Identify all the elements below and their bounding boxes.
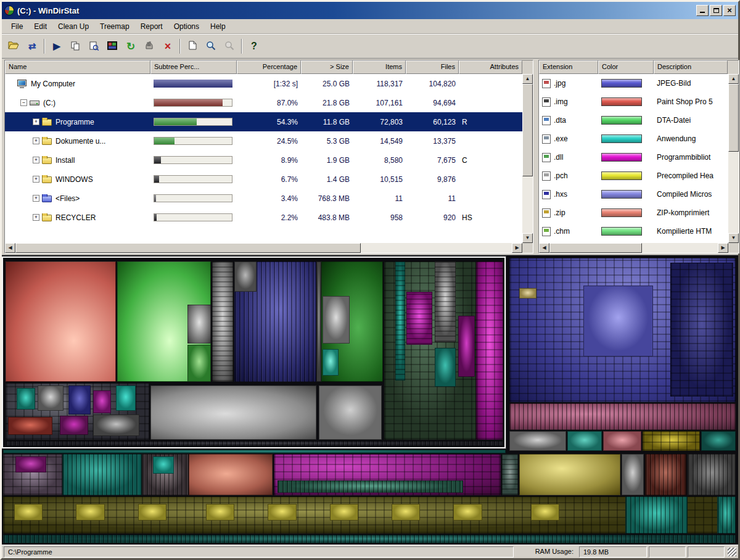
tree-header-subtree-perc-[interactable]: Subtree Perc... — [150, 60, 237, 74]
treemap-cell[interactable] — [14, 504, 43, 521]
treemap-cell[interactable] — [519, 288, 536, 298]
treemap-cell[interactable] — [392, 504, 420, 521]
list-item[interactable]: .pchPrecompiled Hea — [539, 167, 739, 185]
treemap-cell[interactable] — [150, 385, 316, 440]
table-row[interactable]: +RECYCLER2.2%483.8 MB958920HS — [5, 208, 533, 227]
treemap-cell[interactable] — [453, 504, 482, 521]
list-item[interactable]: .jpgJPEG-Bild — [539, 74, 739, 93]
list-item[interactable]: .dtaDTA-Datei — [539, 111, 739, 130]
scroll-down-arrow-icon[interactable]: ▼ — [728, 233, 739, 243]
expander-toggle[interactable]: + — [33, 176, 39, 183]
tree-hscroll-thumb[interactable] — [15, 243, 361, 253]
expander-toggle[interactable]: + — [33, 118, 39, 125]
tree-header-files[interactable]: Files — [406, 60, 459, 74]
open-folder-button[interactable] — [5, 38, 22, 55]
treemap-cell[interactable] — [622, 454, 644, 496]
treemap-cell[interactable] — [688, 454, 736, 496]
list-item[interactable]: .hxsCompiled Micros — [539, 185, 739, 204]
list-item[interactable]: .zipZIP-komprimiert — [539, 204, 739, 222]
treemap-cell[interactable] — [531, 504, 559, 521]
go-button[interactable]: ▶ — [48, 38, 65, 55]
treemap-view[interactable] — [2, 255, 738, 545]
scroll-up-arrow-icon[interactable]: ▲ — [522, 74, 533, 84]
tree-header-attributes[interactable]: Attributes — [459, 60, 522, 74]
table-row[interactable]: +Dokumente u...24.5%5.3 GB14,54913,375 — [5, 131, 533, 150]
treemap-cell[interactable] — [509, 403, 736, 430]
treemap-button[interactable] — [104, 38, 121, 55]
treemap-cell[interactable] — [406, 292, 432, 345]
expander-toggle[interactable]: + — [33, 214, 39, 221]
scroll-right-arrow-icon[interactable]: ▶ — [512, 243, 522, 253]
expander-toggle[interactable]: + — [33, 157, 39, 163]
expander-toggle[interactable]: + — [33, 138, 39, 144]
extension-vertical-scrollbar[interactable]: ▲ ▼ — [728, 74, 739, 243]
menu-edit[interactable]: Edit — [28, 20, 52, 33]
ext-header-extension[interactable]: Extension — [539, 60, 598, 74]
treemap-cell[interactable] — [76, 504, 104, 521]
treemap-cell[interactable] — [268, 504, 296, 521]
treemap-cell[interactable] — [502, 454, 518, 496]
table-row[interactable]: +Programme54.3%11.8 GB72,80360,123R — [5, 112, 533, 131]
menu-report[interactable]: Report — [135, 20, 168, 33]
treemap-cell[interactable] — [8, 417, 52, 435]
treemap-cell[interactable] — [643, 431, 699, 451]
menu-options[interactable]: Options — [168, 20, 205, 33]
table-row[interactable]: +Install8.9%1.9 GB8,5807,675C — [5, 150, 533, 170]
scroll-left-arrow-icon[interactable]: ◀ — [539, 243, 549, 253]
treemap-cell[interactable] — [17, 388, 35, 410]
scroll-right-arrow-icon[interactable]: ▶ — [718, 243, 728, 253]
treemap-cell[interactable] — [316, 261, 321, 382]
menu-treemap[interactable]: Treemap — [94, 20, 135, 33]
ext-header-color[interactable]: Color — [598, 60, 654, 74]
treemap-cell[interactable] — [670, 263, 733, 397]
delete-hand-button[interactable] — [141, 38, 158, 55]
treemap-cell[interactable] — [458, 316, 474, 376]
treemap-cell[interactable] — [323, 349, 339, 376]
panel-splitter[interactable] — [533, 60, 538, 253]
treemap-cell[interactable] — [603, 431, 641, 451]
tree-vscroll-thumb[interactable] — [522, 84, 533, 176]
scroll-down-arrow-icon[interactable]: ▼ — [522, 233, 533, 243]
copy-button[interactable] — [67, 38, 84, 55]
treemap-cell[interactable] — [15, 456, 46, 473]
treemap-cell[interactable] — [319, 385, 382, 440]
title-bar[interactable]: (C:) - WinDirStat × — [2, 2, 738, 19]
treemap-cell[interactable] — [93, 390, 110, 413]
explorer-button[interactable] — [85, 38, 102, 55]
treemap-cell[interactable] — [68, 385, 91, 414]
treemap-cell[interactable] — [206, 504, 234, 521]
treemap-cell[interactable] — [3, 450, 506, 453]
treemap-cell[interactable] — [278, 480, 463, 493]
resize-grip[interactable] — [728, 548, 736, 556]
treemap-cell[interactable] — [153, 456, 174, 474]
treemap-cell[interactable] — [645, 454, 686, 496]
treemap-cell[interactable] — [395, 261, 405, 381]
new-file-button[interactable] — [184, 38, 201, 55]
tree-header--size[interactable]: > Size — [301, 60, 353, 74]
minimize-button[interactable] — [696, 5, 709, 16]
treemap-cell[interactable] — [519, 454, 621, 496]
table-row[interactable]: −(C:)87.0%21.8 GB107,16194,694 — [5, 93, 533, 112]
table-row[interactable]: +<Files>3.4%768.3 MB1111 — [5, 189, 533, 208]
tree-vertical-scrollbar[interactable]: ▲ ▼ — [522, 74, 533, 243]
menu-clean-up[interactable]: Clean Up — [52, 20, 94, 33]
treemap-cell[interactable] — [567, 431, 602, 451]
list-item[interactable]: .dllProgrammbibliot — [539, 148, 739, 167]
extension-horizontal-scrollbar[interactable]: ◀ ▶ — [539, 243, 728, 253]
scroll-left-arrow-icon[interactable]: ◀ — [5, 243, 15, 253]
ext-header-description[interactable]: Description — [654, 60, 728, 74]
tree-horizontal-scrollbar[interactable]: ◀ ▶ — [5, 243, 522, 253]
treemap-cell[interactable] — [116, 385, 136, 411]
refresh-all-button[interactable]: ⇄ — [23, 38, 41, 55]
treemap-cell[interactable] — [583, 286, 652, 356]
treemap-cell[interactable] — [6, 441, 503, 446]
treemap-cell[interactable] — [701, 431, 736, 451]
treemap-cell[interactable] — [476, 261, 503, 440]
treemap-cell[interactable] — [3, 535, 736, 543]
treemap-cell[interactable] — [62, 454, 141, 496]
extension-vscroll-thumb[interactable] — [728, 84, 739, 152]
treemap-cell[interactable] — [435, 348, 456, 387]
list-item[interactable]: .chmKompilierte HTM — [539, 222, 739, 241]
table-row[interactable]: +WINDOWS6.7%1.4 GB10,5159,876 — [5, 170, 533, 189]
treemap-cell[interactable] — [6, 261, 116, 382]
